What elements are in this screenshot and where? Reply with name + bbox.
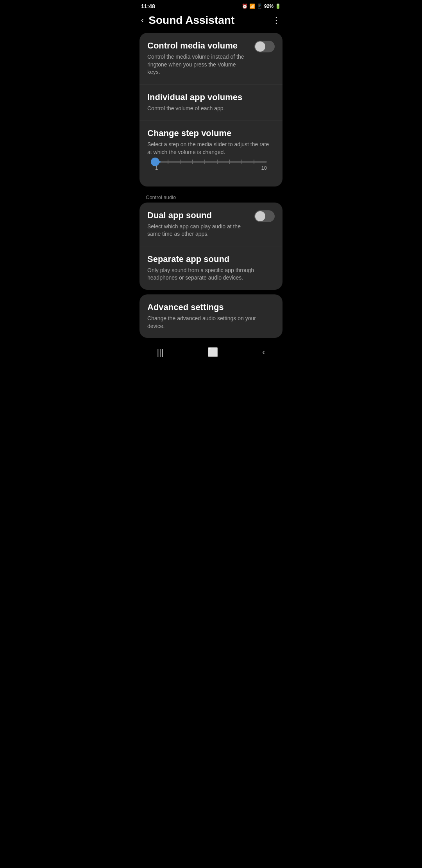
step-volume-slider-area: 1 10 [147, 161, 275, 179]
advanced-settings-card: Advanced settings Change the advanced au… [139, 294, 283, 338]
back-button[interactable]: ‹ [141, 15, 144, 25]
toggle-thumb [255, 41, 265, 52]
control-audio-section-label: Control audio [135, 191, 287, 203]
individual-app-volumes-title: Individual app volumes [147, 92, 275, 102]
tick-8 [241, 160, 242, 164]
tick-6 [217, 160, 218, 164]
advanced-settings-desc: Change the advanced audio settings on yo… [147, 315, 275, 330]
separate-app-sound-desc: Only play sound from a specific app thro… [147, 267, 275, 282]
control-media-volume-header: Control media volume Control the media v… [147, 41, 275, 76]
tick-2 [168, 160, 168, 164]
control-media-volume-text: Control media volume Control the media v… [147, 41, 250, 76]
tick-7 [229, 160, 230, 164]
tick-9 [254, 160, 254, 164]
battery-icon: 🔋 [275, 4, 281, 9]
recent-apps-button[interactable]: ||| [157, 347, 163, 357]
home-button[interactable]: ⬜ [207, 347, 218, 357]
more-menu-button[interactable]: ⋮ [272, 15, 281, 25]
battery-text: 92% [264, 4, 274, 9]
status-icons: ⏰ 📶 📱 92% 🔋 [242, 4, 281, 9]
slider-ticks [155, 160, 267, 164]
back-nav-button[interactable]: ‹ [262, 347, 265, 357]
control-media-volume-toggle[interactable] [254, 41, 275, 52]
slider-max-label: 10 [261, 165, 267, 171]
tick-3 [180, 160, 181, 164]
page-title: Sound Assistant [148, 14, 234, 27]
header-left: ‹ Sound Assistant [141, 14, 234, 27]
tick-5 [204, 160, 205, 164]
advanced-settings-item[interactable]: Advanced settings Change the advanced au… [139, 294, 283, 338]
alarm-icon: ⏰ [242, 4, 248, 9]
wifi-icon: 📶 [249, 4, 255, 9]
bottom-nav-bar: ||| ⬜ ‹ [135, 343, 287, 364]
control-media-volume-desc: Control the media volume instead of the … [147, 53, 250, 76]
slider-track[interactable] [155, 161, 267, 163]
status-time: 11:48 [141, 3, 155, 9]
app-header: ‹ Sound Assistant ⋮ [135, 11, 287, 33]
individual-app-volumes-desc: Control the volume of each app. [147, 105, 275, 113]
status-bar: 11:48 ⏰ 📶 📱 92% 🔋 [135, 0, 287, 11]
dual-app-sound-item[interactable]: Dual app sound Select which app can play… [139, 203, 283, 246]
change-step-volume-desc: Select a step on the media slider to adj… [147, 141, 275, 156]
change-step-volume-item[interactable]: Change step volume Select a step on the … [139, 120, 283, 186]
separate-app-sound-item[interactable]: Separate app sound Only play sound from … [139, 246, 283, 290]
slider-labels: 1 10 [155, 165, 267, 171]
separate-app-sound-title: Separate app sound [147, 254, 275, 264]
individual-app-volumes-item[interactable]: Individual app volumes Control the volum… [139, 84, 283, 121]
dual-app-sound-header: Dual app sound Select which app can play… [147, 210, 275, 238]
dual-app-sound-toggle[interactable] [254, 210, 275, 222]
main-settings-card: Control media volume Control the media v… [139, 33, 283, 187]
tick-4 [192, 160, 193, 164]
control-audio-card: Dual app sound Select which app can play… [139, 203, 283, 290]
dual-app-sound-title: Dual app sound [147, 210, 250, 221]
signal-icon: 📱 [257, 4, 263, 9]
dual-app-sound-text: Dual app sound Select which app can play… [147, 210, 250, 238]
advanced-settings-title: Advanced settings [147, 302, 275, 312]
control-media-volume-item[interactable]: Control media volume Control the media v… [139, 33, 283, 84]
change-step-volume-title: Change step volume [147, 128, 275, 138]
dual-app-toggle-thumb [255, 211, 265, 221]
control-media-volume-title: Control media volume [147, 41, 250, 51]
slider-thumb[interactable] [151, 158, 159, 166]
dual-app-sound-desc: Select which app can play audio at the s… [147, 223, 250, 238]
